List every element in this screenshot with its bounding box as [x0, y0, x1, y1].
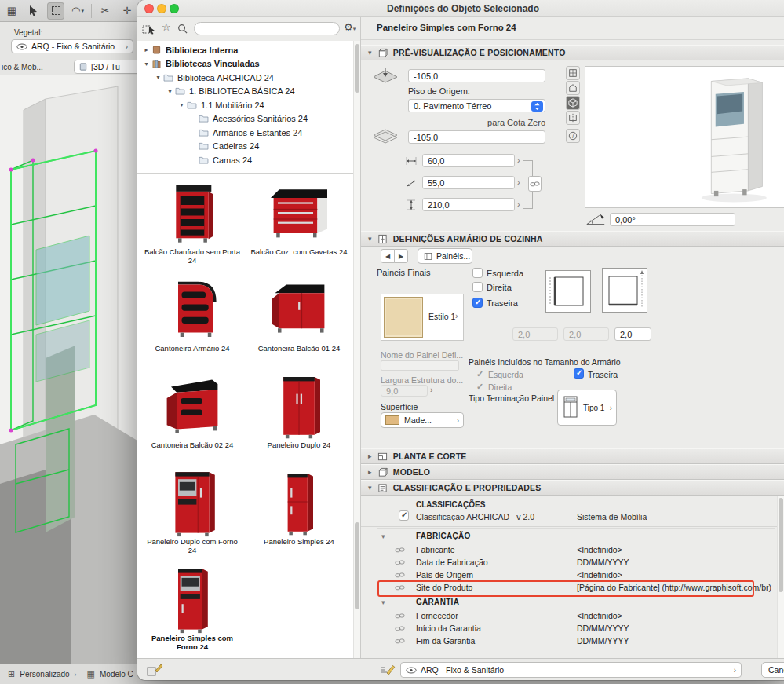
- property-row[interactable]: País de Origem<Indefinido>: [377, 569, 775, 581]
- search-icon[interactable]: [177, 24, 188, 34]
- layer-combo[interactable]: ARQ - Fixo & Sanitário ›: [11, 39, 133, 53]
- library-object[interactable]: Paneleiro Duplo com Forno 24: [139, 466, 246, 559]
- termination-type-button[interactable]: Tipo 1 ›: [557, 390, 617, 426]
- property-group-header[interactable]: ▾FABRICAÇÃO: [377, 528, 775, 543]
- scissors-tool-icon[interactable]: ✂: [97, 2, 114, 20]
- chevron-down-icon[interactable]: ▾: [166, 88, 174, 95]
- section-kitchen-cabinet[interactable]: ▾ DEFINIÇÕES ARMÁRIO DE COZINHA: [361, 231, 784, 247]
- depth-spinner[interactable]: ›: [517, 177, 520, 187]
- elevation-field[interactable]: -105,0: [408, 69, 545, 82]
- zoom-button[interactable]: [170, 4, 179, 13]
- object-selection-icon[interactable]: [142, 24, 156, 35]
- minimize-button[interactable]: [157, 4, 166, 13]
- right-panel-checkbox[interactable]: [472, 282, 483, 292]
- section-model[interactable]: ▸ MODELO: [361, 464, 784, 480]
- footer-layer-combo[interactable]: ARQ - Fixo & Sanitário ›: [400, 662, 742, 678]
- left-panel-checkbox[interactable]: [472, 268, 483, 278]
- classification-name[interactable]: Classificação ARCHICAD - v 2.0: [416, 512, 534, 521]
- section-view-button[interactable]: [566, 111, 580, 125]
- chevron-down-icon[interactable]: ▾: [177, 101, 186, 108]
- tree-item[interactable]: ▸Biblioteca Interna: [137, 43, 360, 57]
- viewport-3d[interactable]: [0, 75, 141, 664]
- dialog-titlebar[interactable]: Definições do Objeto Selecionado: [137, 0, 784, 17]
- gap-field-3[interactable]: 2,0: [614, 327, 651, 341]
- tree-item[interactable]: Camas 24: [137, 153, 360, 167]
- property-row[interactable]: Data de FabricaçãoDD/MM/YYYY: [377, 556, 775, 569]
- transfer-settings-icon[interactable]: [380, 663, 396, 675]
- cota-zero-field[interactable]: -105,0: [408, 130, 545, 144]
- properties-scrollbar[interactable]: [777, 496, 784, 658]
- origin-floor-select[interactable]: 0. Pavimento Térreo: [408, 99, 545, 112]
- gear-icon[interactable]: ⚙▾: [344, 21, 356, 33]
- grid-scrollbar[interactable]: [353, 174, 360, 658]
- tree-item[interactable]: ▾Biblioteca ARCHICAD 24: [137, 71, 360, 85]
- status-personalizado[interactable]: Personalizado: [20, 670, 69, 679]
- prev-page-button[interactable]: ◀: [381, 249, 395, 263]
- depth-field[interactable]: 55,0: [422, 176, 515, 189]
- view-3d-button[interactable]: [566, 96, 580, 110]
- chevron-down-icon[interactable]: ▾: [381, 532, 391, 540]
- library-object[interactable]: Balcão Chanfrado sem Porta 24: [139, 177, 246, 269]
- next-page-button[interactable]: ▶: [394, 249, 408, 263]
- object-preview-pane[interactable]: [585, 66, 784, 208]
- back-panel-checkbox[interactable]: [472, 298, 483, 308]
- marquee-tool-icon[interactable]: [47, 2, 64, 20]
- library-object[interactable]: Cantoneira Balcão 02 24: [139, 370, 246, 463]
- view-tab[interactable]: [3D / Tu: [74, 60, 141, 74]
- adjust-tool-icon[interactable]: ✛: [119, 2, 136, 20]
- library-object[interactable]: Balcão Coz. com Gavetas 24: [246, 177, 352, 269]
- property-row[interactable]: Site do Produto[Página do Fabricante] (h…: [377, 581, 775, 594]
- rotation-angle-field[interactable]: 0,00°: [610, 213, 735, 226]
- chain-link-toggle[interactable]: [528, 176, 542, 192]
- width-spinner[interactable]: ›: [517, 155, 520, 165]
- grid-tool-icon[interactable]: ▦: [3, 2, 20, 20]
- section-preview-positioning[interactable]: ▾ PRÉ-VISUALIZAÇÃO E POSICIONAMENTO: [361, 45, 784, 60]
- tree-item[interactable]: ▾1.1 Mobiliário 24: [137, 98, 360, 112]
- arc-tool-icon[interactable]: ◠▾: [69, 2, 86, 20]
- property-group-header[interactable]: ▾GARANTIA: [377, 594, 775, 609]
- cursor-tool-icon[interactable]: [25, 2, 42, 20]
- model-view-icon[interactable]: ▦: [87, 669, 95, 679]
- property-row[interactable]: Fim da GarantiaDD/MM/YYYY: [377, 635, 775, 647]
- height-spinner[interactable]: ›: [517, 199, 520, 209]
- library-object[interactable]: Cantoneira Balcão 01 24: [246, 273, 352, 366]
- classification-value[interactable]: Sistema de Mobília: [577, 512, 647, 521]
- library-object[interactable]: Paneleiro Simples 24: [246, 466, 352, 559]
- tree-item[interactable]: ▾Bibliotecas Vinculadas: [137, 57, 360, 71]
- search-input[interactable]: [194, 22, 340, 35]
- tree-item[interactable]: Acessórios Sanitários 24: [137, 112, 360, 126]
- chevron-right-icon[interactable]: ▸: [142, 46, 151, 53]
- height-field[interactable]: 210,0: [422, 198, 515, 211]
- library-object[interactable]: Cantoneira Armário 24: [139, 273, 246, 366]
- section-classification[interactable]: ▾ CLASSIFICAÇÃO E PROPRIEDADES: [361, 480, 784, 496]
- property-row[interactable]: Início da GarantiaDD/MM/YYYY: [377, 622, 775, 635]
- info-button[interactable]: i: [566, 129, 580, 143]
- cancel-button[interactable]: Canc: [761, 662, 784, 678]
- chevron-down-icon[interactable]: ▾: [381, 598, 391, 606]
- chevron-down-icon[interactable]: ▾: [142, 60, 151, 68]
- library-object[interactable]: Paneleiro Duplo 24: [246, 370, 352, 463]
- library-object[interactable]: Paneleiro Simples com Forno 24: [139, 563, 246, 656]
- classification-checkbox[interactable]: [399, 510, 409, 521]
- panel-style-button[interactable]: Estilo 1 ›: [381, 294, 464, 341]
- included-back-checkbox[interactable]: [574, 368, 584, 379]
- chevron-down-icon[interactable]: ▾: [154, 74, 162, 81]
- favorites-star-icon[interactable]: ☆: [162, 21, 171, 33]
- tab-paineis[interactable]: Painéis...: [418, 248, 472, 264]
- close-button[interactable]: [144, 4, 154, 13]
- tree-item[interactable]: Armários e Estantes 24: [137, 126, 360, 140]
- plan-view-button[interactable]: [566, 66, 580, 80]
- quick-options-icon[interactable]: ⊞: [8, 669, 15, 679]
- front-view-button[interactable]: [566, 81, 580, 95]
- stepper-icon[interactable]: [531, 101, 543, 112]
- surface-select[interactable]: Made... ›: [381, 412, 464, 428]
- section-plan-section[interactable]: ▸ PLANTA E CORTE: [361, 448, 784, 464]
- property-row[interactable]: Fornecedor<Indefinido>: [377, 609, 775, 622]
- tree-scrollbar[interactable]: [353, 41, 360, 174]
- status-modelo[interactable]: Modelo C: [100, 670, 133, 679]
- tree-item[interactable]: ▾1. BIBLIOTECA BÁSICA 24: [137, 85, 360, 99]
- tree-item[interactable]: Cadeiras 24: [137, 140, 360, 154]
- width-field[interactable]: 60,0: [422, 154, 515, 167]
- edit-object-icon[interactable]: [146, 661, 163, 679]
- property-row[interactable]: Fabricante<Indefinido>: [377, 543, 775, 556]
